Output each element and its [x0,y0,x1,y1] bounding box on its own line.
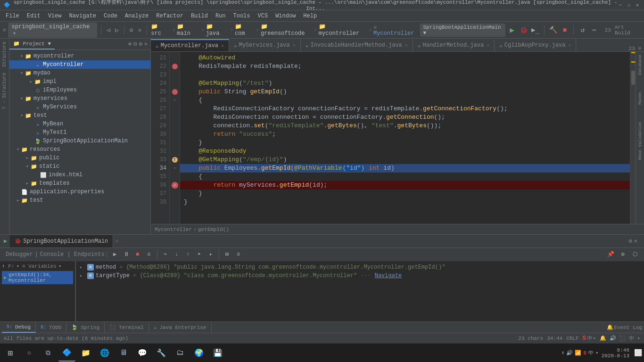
tree-mydao-folder[interactable]: ▾ 📁 mydao [9,69,150,77]
bean-validation-tab[interactable]: Bean Validation [637,119,644,163]
frames-toggle[interactable]: ▾ [16,263,19,269]
database-tab[interactable]: Database [637,52,644,78]
tab-cglib[interactable]: ☕ CglibAopProxy.java ✕ [495,39,576,51]
tree-collapse-icon[interactable]: ⊟ [133,41,137,48]
tree-resources-folder[interactable]: ▾ 📁 resources [9,145,150,154]
breadcrumb-method[interactable]: getEmpId() [198,227,229,232]
tree-springboot-main[interactable]: 🍃 SpringBootApplicationMain [9,137,150,145]
tree-close-icon[interactable]: ✕ [144,41,148,48]
tree-static-folder[interactable]: ▾ 📁 static [9,162,150,171]
debug-close-icon[interactable]: ✕ [634,238,637,245]
scroll-indicator[interactable] [630,52,636,224]
debug-main-tab[interactable]: 🐞 SpringBootApplicationMain [10,235,113,247]
close-icon[interactable]: ✕ [137,25,143,35]
breakpoint-icon[interactable] [172,89,178,95]
nav-forward-icon[interactable]: ▷ [114,25,120,35]
view-btn[interactable]: ≡ [144,249,154,260]
gutter-33[interactable]: ! [171,156,179,164]
coverage-button[interactable]: ▶̲ [530,25,540,35]
project-tab[interactable]: 📁 Project ▼ [9,39,55,49]
debug-tool-tab[interactable]: 5: Debug [2,322,36,333]
evaluate-btn[interactable]: ✦ [206,249,216,260]
tree-application-properties[interactable]: 📄 application.properties [9,188,150,196]
menu-vcs[interactable]: VCS [254,12,272,20]
tree-test-root[interactable]: ▸ 📁 test [9,196,150,205]
run-button[interactable]: ▶ [507,25,517,35]
menu-build[interactable]: Build [187,12,212,20]
nav-back-icon[interactable]: ◁ [105,25,112,35]
expand-icon[interactable]: ▸ [80,264,85,270]
var-targettype-row[interactable]: ▸ m targetType = {Class@4289} "class com… [78,272,642,280]
tree-mycontroller-folder[interactable]: ▾ 📁 mycontroller [9,52,150,60]
caret-position[interactable]: 34:44 [547,336,562,341]
maven-tab[interactable]: Maven [637,89,644,107]
more-button[interactable]: ⋯ [589,25,599,35]
spring-tool-tab[interactable]: 🍃 Spring [66,322,105,333]
breadcrumb-greensoftcode[interactable]: 📁 greensoftcode [261,23,313,37]
chrome-taskbar-btn[interactable]: 🌍 [190,345,207,362]
breadcrumb-mycontroller[interactable]: 📁 mycontroller [319,23,367,37]
gutter-25[interactable] [171,88,179,96]
tab-close-button[interactable]: ✕ [487,42,489,48]
update-button[interactable]: ↺ [578,25,587,35]
app7-taskbar-btn[interactable]: 🗂 [172,345,189,362]
char-count[interactable]: 23 chars [518,336,543,341]
menu-view[interactable]: View [44,12,66,20]
input-mode[interactable]: S 中• [583,335,596,342]
tree-settings-icon[interactable]: ⚙ [139,41,142,48]
intellij-taskbar-btn[interactable]: 🔷 [58,345,75,362]
tab-close-button[interactable]: ✕ [405,42,408,48]
tab-close-button[interactable]: ✕ [221,43,224,49]
menu-analyze[interactable]: Analyze [121,12,152,20]
app9-taskbar-btn[interactable]: 💾 [209,345,226,362]
debug-settings-icon[interactable]: ⚙ [629,238,632,245]
menu-refactor[interactable]: Refactor [152,12,187,20]
tree-index-html[interactable]: ⬜ index.html [9,171,150,179]
tab-invocable[interactable]: ☕ InvocableHandlerMethod.java ✕ [301,39,413,51]
input-method-tray[interactable]: S [583,350,586,356]
art-build-tab[interactable]: Art Build [615,25,641,36]
tree-mybean[interactable]: ☕ MyBean [9,120,150,128]
navigate-link[interactable]: Navigate [375,272,402,279]
step-over-btn[interactable]: ↷ [160,249,171,260]
build-button[interactable]: 🔨 [548,25,558,35]
fold-icon[interactable]: − [173,166,176,171]
start-button[interactable]: ⊞ [2,345,19,362]
todo-tool-tab[interactable]: 6: TODO [36,322,66,333]
tree-templates-folder[interactable]: ▸ 📁 templates [9,179,150,188]
menu-window[interactable]: Window [272,12,299,20]
tree-mycontroller-class[interactable]: ☕ Mycontroller [9,60,150,69]
debug-button[interactable]: 🐞 [519,25,528,35]
project-selector[interactable]: springboot_single_cache ▼ [8,23,98,38]
structure-tab[interactable]: Structure [1,39,8,70]
run-to-cursor-btn[interactable]: ➤ [194,249,205,260]
active-breakpoint-icon[interactable]: ✓ [172,182,178,189]
menu-tools[interactable]: Tools [230,12,254,20]
restore-layout-btn[interactable]: ⊞ [222,249,232,260]
tree-mytest1[interactable]: ☕ MyTest1 [9,128,150,137]
menu-edit[interactable]: Edit [23,12,44,20]
line-ending[interactable]: CRLF [566,336,578,341]
tray-icon-2[interactable]: 🔊 [566,350,573,356]
stop-button[interactable]: ■ [560,25,570,35]
tray-icon-3[interactable]: 📶 [575,350,581,356]
menu-navigate[interactable]: Navigate [65,12,100,20]
variables-btn[interactable]: ≡ [233,249,244,260]
menu-help[interactable]: Help [299,12,321,20]
tree-public-folder[interactable]: ▸ 📁 public [9,154,150,162]
scroll-thumb[interactable] [631,71,635,85]
breadcrumb-com[interactable]: 📁 com [235,23,255,37]
app6-taskbar-btn[interactable]: 🔧 [153,345,170,362]
menu-file[interactable]: File [2,12,23,20]
app4-taskbar-btn[interactable]: 🖥 [115,345,132,362]
tab-close-button[interactable]: ✕ [293,42,296,48]
minimize-button[interactable]: — [618,2,623,8]
event-log-tab[interactable]: 🔔 Event Log [607,324,642,330]
step-out-btn[interactable]: ↑ [183,249,193,260]
system-clock[interactable]: 8:46 2020-8-13 [602,347,629,359]
tray-icon-1[interactable]: ⬆ [561,350,565,356]
pin-btn[interactable]: 📌 [605,249,616,260]
ime-mode[interactable]: 中 [588,349,594,356]
code-content[interactable]: @Autowired RedisTemplate redisTemplate; … [180,52,630,224]
pause-btn[interactable]: ⏸ [121,249,132,260]
